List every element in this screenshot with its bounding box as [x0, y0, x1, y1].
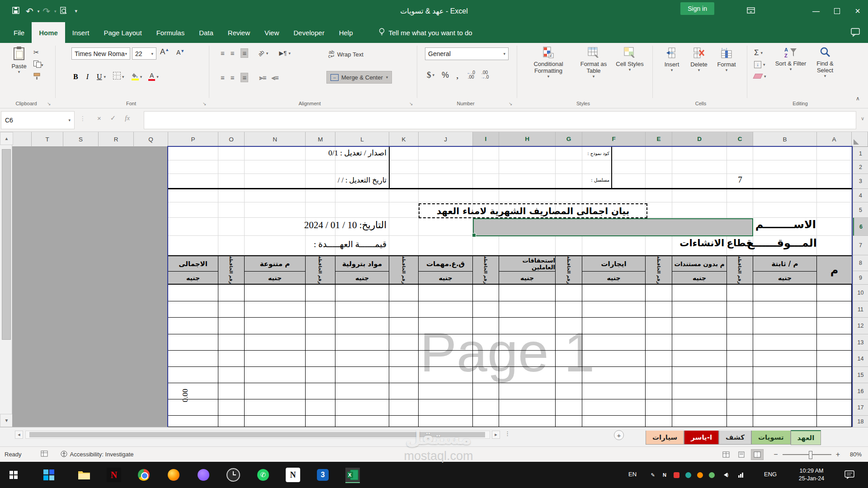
sheet-cell[interactable] [306, 318, 335, 334]
green-tray-icon[interactable] [708, 471, 715, 479]
hscroll-left-icon[interactable]: ◄ [15, 431, 23, 439]
sheet-row[interactable] [168, 334, 852, 351]
sheet-cell[interactable] [817, 334, 852, 350]
name-box[interactable]: C6 ▾ [1, 111, 75, 129]
sheet-cell[interactable] [218, 318, 245, 334]
column-header[interactable]: K [389, 132, 419, 147]
sheet-cell[interactable] [419, 416, 473, 427]
sheet-cell[interactable] [672, 189, 727, 202]
sheet-cell[interactable] [499, 236, 556, 255]
decrease-font-size-button[interactable]: A▼ [176, 49, 184, 56]
paste-button[interactable]: Paste ▾ [8, 47, 30, 74]
top-align-button[interactable]: ≡ [221, 49, 224, 57]
sheet-cell[interactable] [753, 202, 817, 217]
sheet-cell[interactable] [389, 147, 419, 160]
percent-style-button[interactable]: % [442, 70, 449, 80]
cell-location-label[interactable]: المـــوقــــــع [747, 237, 817, 249]
select-all-corner[interactable] [852, 132, 868, 147]
sheet-cell[interactable] [817, 367, 852, 383]
cell-model-code[interactable]: كود نموذج : [587, 151, 609, 156]
sheet-cell[interactable] [672, 147, 727, 160]
column-header-selected[interactable]: I [473, 132, 499, 147]
sheet-cell[interactable] [727, 334, 753, 350]
comma-style-button[interactable]: , [456, 69, 459, 81]
sheet-cell[interactable] [168, 301, 218, 317]
vertical-scrollbar[interactable]: ▲ ▼ [0, 132, 12, 427]
decrease-indent-button[interactable]: ⫷≡ [272, 74, 278, 82]
tab-page-layout[interactable]: Page Layout [96, 22, 149, 43]
font-name-input[interactable]: Times New Romar▾ [71, 47, 130, 60]
cell-zero-total[interactable]: 0.00 [181, 352, 190, 402]
sheet-cell[interactable] [499, 189, 556, 202]
text-direction-dropdown-icon[interactable]: ▾ [288, 51, 291, 56]
increase-indent-button[interactable]: ⫸≡ [259, 74, 266, 82]
sheet-cell[interactable] [499, 351, 556, 366]
page-break-preview-icon[interactable] [751, 449, 764, 460]
sheet-cell[interactable] [556, 416, 582, 427]
sheet-cell[interactable] [306, 367, 335, 383]
sheet-cell[interactable] [419, 301, 473, 317]
sheet-tab-cars[interactable]: سيارات [646, 431, 684, 445]
cell-sector[interactable]: قطاع الانشاءات [679, 238, 752, 249]
sheet-cell[interactable] [672, 160, 727, 174]
sheet-cell[interactable] [419, 236, 473, 255]
italic-button[interactable]: I [86, 73, 89, 81]
sheet-cell[interactable] [672, 383, 727, 399]
sheet-cell[interactable] [245, 383, 306, 399]
formula-bar-splitter[interactable]: ⋮ [80, 115, 86, 122]
sheet-cell[interactable] [245, 301, 306, 317]
sheet-cell[interactable] [646, 367, 672, 383]
sheet-cell[interactable] [582, 301, 646, 317]
orientation-dropdown-icon[interactable]: ▾ [266, 51, 269, 56]
tab-developer[interactable]: Developer [286, 22, 331, 43]
excel-taskbar-icon-active[interactable]: X [345, 468, 360, 483]
column-header-selected[interactable]: D [672, 132, 727, 147]
sheet-cell[interactable] [389, 174, 419, 188]
row-header[interactable]: 10 [853, 285, 868, 301]
tab-splitter-icon[interactable]: ⋮ [505, 430, 510, 437]
sheet-cell[interactable] [168, 236, 218, 255]
sheet-cell[interactable] [582, 399, 646, 415]
header-staff-dues[interactable]: استحقاقات العاملينجنيه [499, 256, 556, 284]
sheet-cell[interactable] [245, 351, 306, 366]
sheet-row[interactable] [168, 383, 852, 399]
sheet-cell[interactable] [727, 202, 753, 217]
sheet-cell[interactable] [218, 202, 245, 217]
sheet-cell[interactable] [245, 367, 306, 383]
sheet-cell[interactable] [473, 399, 499, 415]
sheet-cell[interactable] [753, 318, 817, 334]
row-header[interactable]: 17 [853, 399, 868, 416]
sheet-cell[interactable] [218, 285, 245, 301]
horizontal-scroll-thumb[interactable] [29, 432, 485, 437]
column-header[interactable]: A [817, 132, 852, 147]
sheet-cell[interactable] [582, 334, 646, 350]
sheet-cell[interactable] [419, 189, 473, 202]
sheet-cell[interactable] [753, 174, 817, 188]
sheet-cell[interactable] [672, 202, 727, 217]
maximize-button[interactable] [826, 0, 847, 22]
sheet-cell[interactable] [473, 160, 499, 174]
row-header[interactable]: 16 [853, 383, 868, 399]
increase-decimal-button[interactable]: ←.0.00 [467, 70, 475, 80]
sheet-cell[interactable] [335, 301, 389, 317]
sheet-cell[interactable] [727, 285, 753, 301]
sheet-cell[interactable] [419, 160, 473, 174]
tab-insert[interactable]: Insert [65, 22, 97, 43]
sheet-cell[interactable] [817, 318, 852, 334]
header-fixed[interactable]: م / ثابتةجنيه [753, 256, 817, 284]
sheet-cell[interactable] [389, 334, 419, 350]
sheet-cell[interactable] [419, 147, 473, 160]
notification-center-icon[interactable] [844, 470, 854, 481]
formula-input[interactable] [144, 111, 856, 129]
sheet-cell[interactable] [419, 318, 473, 334]
sheet-cell[interactable] [168, 160, 218, 174]
header-serial[interactable]: م [817, 256, 852, 284]
sheet-cell[interactable] [817, 383, 852, 399]
tiles-app-icon[interactable] [42, 468, 56, 482]
notion-tray-icon[interactable]: N [661, 471, 668, 479]
sheet-cell[interactable] [245, 189, 306, 202]
sheet-tab-kashf[interactable]: كشف [719, 431, 751, 445]
header-total[interactable]: الاجمالىجنيه [168, 256, 218, 284]
whatsapp-icon[interactable]: ✆ [256, 468, 270, 482]
tab-formulas[interactable]: Formulas [149, 22, 192, 43]
